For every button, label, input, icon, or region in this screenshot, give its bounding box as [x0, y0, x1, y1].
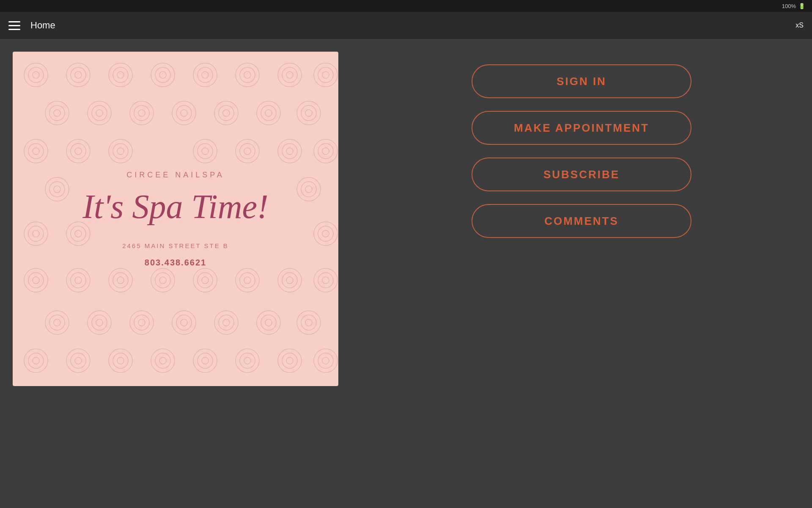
svg-point-4 — [71, 67, 86, 83]
svg-point-15 — [236, 63, 259, 87]
svg-point-44 — [305, 110, 312, 116]
svg-point-79 — [318, 226, 333, 241]
svg-point-56 — [202, 148, 208, 155]
comments-button[interactable]: COMMENTS — [472, 204, 691, 238]
svg-point-87 — [109, 268, 132, 292]
svg-point-51 — [109, 139, 132, 163]
svg-point-45 — [24, 139, 48, 163]
svg-point-91 — [155, 273, 170, 288]
svg-point-7 — [113, 67, 128, 83]
svg-point-43 — [301, 105, 316, 121]
svg-point-145 — [282, 353, 297, 368]
svg-point-136 — [155, 353, 170, 368]
svg-point-3 — [66, 63, 90, 87]
svg-point-111 — [130, 311, 154, 334]
svg-point-38 — [223, 110, 230, 116]
svg-point-33 — [172, 101, 196, 125]
svg-point-49 — [71, 144, 86, 159]
svg-point-58 — [240, 144, 255, 159]
svg-point-98 — [244, 277, 251, 284]
svg-point-108 — [88, 311, 111, 334]
spa-address: 2465 MAIN STREET STE B — [122, 242, 229, 249]
svg-point-126 — [24, 349, 48, 373]
subscribe-button[interactable]: SUBSCRIBE — [472, 157, 691, 191]
svg-point-50 — [75, 148, 82, 155]
svg-point-84 — [66, 268, 90, 292]
svg-point-71 — [305, 186, 312, 193]
svg-point-133 — [113, 353, 128, 368]
svg-point-142 — [240, 353, 255, 368]
svg-point-37 — [219, 105, 234, 121]
svg-point-80 — [322, 230, 329, 237]
svg-point-23 — [322, 72, 329, 78]
svg-point-47 — [33, 148, 39, 155]
svg-point-39 — [257, 101, 280, 125]
svg-point-63 — [314, 139, 337, 163]
svg-point-97 — [240, 273, 255, 288]
svg-point-65 — [322, 148, 329, 155]
svg-point-106 — [49, 315, 65, 330]
spa-tagline: It's Spa Time! — [82, 188, 268, 225]
svg-point-124 — [301, 315, 316, 330]
svg-point-2 — [33, 72, 39, 78]
svg-point-123 — [297, 311, 321, 334]
svg-point-53 — [117, 148, 124, 155]
svg-point-88 — [113, 273, 128, 288]
svg-point-61 — [282, 144, 297, 159]
svg-point-41 — [265, 110, 272, 116]
spa-card: CIRCEE NAILSPA It's Spa Time! 2465 MAIN … — [13, 52, 338, 386]
svg-point-6 — [109, 63, 132, 87]
hamburger-menu-button[interactable] — [8, 19, 22, 32]
svg-point-147 — [314, 349, 337, 373]
make-appointment-button[interactable]: MAKE APPOINTMENT — [472, 111, 691, 145]
svg-point-13 — [198, 67, 213, 83]
svg-point-141 — [236, 349, 259, 373]
svg-point-31 — [134, 105, 149, 121]
svg-point-92 — [159, 277, 166, 284]
svg-point-73 — [28, 226, 44, 241]
svg-point-138 — [193, 349, 217, 373]
svg-point-11 — [159, 72, 166, 78]
svg-point-30 — [130, 101, 154, 125]
svg-point-28 — [92, 105, 107, 121]
spa-phone: 803.438.6621 — [145, 258, 206, 268]
svg-point-122 — [265, 319, 272, 326]
svg-point-89 — [117, 277, 124, 284]
svg-point-48 — [66, 139, 90, 163]
svg-point-83 — [33, 277, 39, 284]
svg-point-113 — [138, 319, 145, 326]
svg-point-125 — [305, 319, 312, 326]
svg-point-127 — [28, 353, 44, 368]
svg-point-16 — [240, 67, 255, 83]
svg-point-100 — [282, 273, 297, 288]
svg-point-26 — [54, 110, 60, 116]
svg-point-134 — [117, 357, 124, 364]
svg-point-117 — [214, 311, 238, 334]
svg-point-96 — [236, 268, 259, 292]
svg-point-68 — [54, 186, 60, 193]
svg-point-144 — [278, 349, 302, 373]
svg-point-5 — [75, 72, 82, 78]
svg-point-40 — [261, 105, 276, 121]
svg-point-36 — [214, 101, 238, 125]
svg-point-107 — [54, 319, 60, 326]
main-content: CIRCEE NAILSPA It's Spa Time! 2465 MAIN … — [0, 39, 812, 508]
svg-point-77 — [75, 230, 82, 237]
svg-point-59 — [244, 148, 251, 155]
page-title: Home — [30, 20, 55, 31]
spa-brand-name: CIRCEE NAILSPA — [126, 171, 225, 179]
svg-point-81 — [24, 268, 48, 292]
svg-point-10 — [155, 67, 170, 83]
svg-point-140 — [202, 357, 208, 364]
sign-in-button[interactable]: SIGN IN — [472, 64, 691, 98]
svg-point-135 — [151, 349, 175, 373]
svg-point-112 — [134, 315, 149, 330]
svg-point-139 — [198, 353, 213, 368]
svg-point-115 — [176, 315, 192, 330]
battery-icon: 🔋 — [798, 3, 805, 9]
svg-point-64 — [318, 144, 333, 159]
svg-point-17 — [244, 72, 251, 78]
svg-point-114 — [172, 311, 196, 334]
status-bar: 100% 🔋 — [0, 0, 812, 12]
svg-point-102 — [314, 268, 337, 292]
